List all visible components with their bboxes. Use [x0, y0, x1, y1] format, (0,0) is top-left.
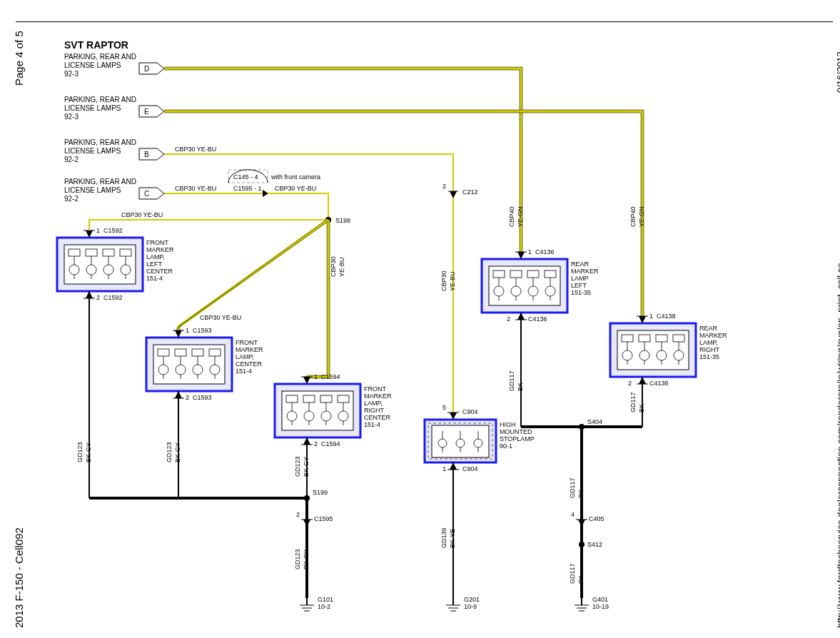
svg-text:LICENSE LAMPS: LICENSE LAMPS	[64, 147, 121, 155]
svg-text:MARKER: MARKER	[699, 332, 727, 339]
svg-marker-200	[578, 520, 585, 527]
ref-b: PARKING, REAR AND LICENSE LAMPS 92-2 B	[64, 138, 164, 163]
ref-e: PARKING, REAR AND LICENSE LAMPS 92-3 E	[64, 96, 164, 121]
svg-text:92-2: 92-2	[64, 195, 79, 203]
svg-text:CBP40: CBP40	[629, 206, 637, 227]
svg-text:STOPLAMP: STOPLAMP	[500, 435, 535, 442]
svg-text:MARKER: MARKER	[571, 268, 599, 275]
svg-text:BK-GY: BK-GY	[85, 442, 92, 462]
svg-text:90-1: 90-1	[500, 442, 512, 450]
svg-text:GD139: GD139	[440, 527, 447, 548]
svg-text:PARKING, REAR AND: PARKING, REAR AND	[64, 96, 136, 103]
svg-text:LAMP,: LAMP,	[236, 353, 254, 360]
svg-text:C1595: C1595	[314, 515, 333, 522]
svg-text:1: 1	[442, 465, 446, 472]
ref-d: PARKING, REAR AND LICENSE LAMPS 92-3 D	[64, 53, 164, 78]
svg-text:GD123: GD123	[166, 442, 173, 462]
svg-marker-175	[303, 520, 310, 527]
svg-text:BK: BK	[638, 404, 645, 412]
svg-text:2: 2	[314, 440, 318, 447]
svg-text:MARKER: MARKER	[364, 393, 392, 400]
svg-text:RIGHT: RIGHT	[364, 407, 385, 414]
svg-text:1: 1	[186, 327, 189, 334]
svg-text:2: 2	[628, 380, 632, 387]
svg-point-204	[579, 542, 585, 547]
svg-text:C1593: C1593	[193, 394, 212, 401]
svg-text:PARKING, REAR AND: PARKING, REAR AND	[64, 178, 136, 186]
svg-text:FRONT: FRONT	[364, 385, 386, 393]
svg-text:CBP30: CBP30	[440, 270, 447, 291]
wiring-diagram-svg: SVT RAPTOR PARKING, REAR AND LICENSE LAM…	[14, 20, 824, 634]
svg-text:C904: C904	[462, 408, 478, 415]
svg-text:LICENSE LAMPS: LICENSE LAMPS	[64, 104, 121, 112]
svg-text:S198: S198	[335, 217, 350, 224]
svg-text:92-2: 92-2	[64, 156, 79, 163]
svg-marker-3	[139, 63, 164, 74]
svg-text:10-2: 10-2	[318, 603, 330, 610]
svg-text:BK-YE: BK-YE	[449, 529, 456, 548]
svg-text:FRONT: FRONT	[146, 239, 168, 246]
svg-marker-26	[263, 190, 268, 197]
svg-text:REAR: REAR	[571, 260, 589, 268]
svg-text:151-35: 151-35	[699, 353, 719, 360]
svg-text:LAMP: LAMP	[571, 275, 589, 282]
svg-text:C1592: C1592	[103, 294, 123, 301]
svg-text:CBP30: CBP30	[330, 256, 337, 277]
front-marker-right-center: FRONT MARKER LAMP, RIGHT CENTER 151-4 1 …	[275, 373, 392, 447]
svg-text:CBP30    YE-BU: CBP30 YE-BU	[275, 185, 316, 192]
svg-text:FRONT: FRONT	[236, 339, 258, 346]
svg-text:G101: G101	[318, 596, 333, 603]
splice-s198: CBP30 YE-BU S198	[268, 185, 350, 224]
svg-text:CBP30    YE-BU: CBP30 YE-BU	[175, 146, 216, 153]
svg-text:2: 2	[507, 315, 510, 323]
svg-text:1: 1	[528, 248, 532, 255]
svg-text:YE-BU: YE-BU	[449, 271, 456, 291]
svg-text:CENTER: CENTER	[236, 360, 263, 368]
svg-text:BK-GY: BK-GY	[303, 457, 310, 477]
svg-text:C1592: C1592	[103, 227, 123, 234]
svg-text:REAR: REAR	[699, 325, 718, 332]
svg-text:C145 - 4: C145 - 4	[233, 173, 258, 181]
svg-text:2: 2	[442, 183, 446, 190]
svg-text:HIGH: HIGH	[500, 421, 516, 428]
svg-text:PARKING, REAR AND: PARKING, REAR AND	[64, 53, 136, 61]
footer-url: http://www.fordtechservice.dealerconnect…	[835, 255, 840, 628]
footer-date: 9/16/2013	[835, 51, 840, 93]
wiring-diagram-page: 2013 F-150 - Cell092 Page 4 of 5 http://…	[0, 0, 840, 638]
svg-text:GD117: GD117	[569, 477, 576, 498]
svg-text:C1594: C1594	[321, 373, 340, 380]
svg-text:GD117: GD117	[508, 370, 515, 391]
svg-marker-18	[139, 188, 164, 199]
svg-text:CENTER: CENTER	[364, 414, 391, 421]
svg-marker-8	[139, 106, 164, 117]
svg-text:CBP30    YE-BU: CBP30 YE-BU	[175, 185, 216, 192]
wire-d-to-rm-left	[164, 67, 522, 255]
svg-text:C1593: C1593	[193, 327, 212, 334]
svg-text:LAMP,: LAMP,	[146, 253, 165, 260]
front-marker-center: FRONT MARKER LAMP, CENTER 151-4 1 C1593 …	[146, 327, 263, 401]
svg-marker-13	[139, 148, 164, 160]
svg-text:C904: C904	[462, 465, 478, 472]
wire-s198-to-fm-right: CBP30 YE-BU	[305, 220, 345, 380]
svg-text:RIGHT: RIGHT	[699, 346, 720, 353]
svg-text:MOUNTED: MOUNTED	[500, 428, 532, 435]
svg-text:LICENSE LAMPS: LICENSE LAMPS	[64, 61, 121, 69]
svg-text:2: 2	[296, 511, 300, 518]
svg-text:C4136: C4136	[535, 248, 555, 255]
c212: 2 C212 CBP30 YE-BU	[440, 183, 478, 291]
svg-text:MARKER: MARKER	[236, 346, 263, 353]
svg-text:BK-GY: BK-GY	[303, 550, 310, 569]
svg-text:PARKING, REAR AND: PARKING, REAR AND	[64, 138, 136, 146]
rear-marker-left: REAR MARKER LAMP LEFT 151-35 1 C4136 2 C…	[482, 248, 599, 323]
svg-text:CBP30    YE-BU: CBP30 YE-BU	[121, 211, 163, 218]
svg-text:YE-GN: YE-GN	[638, 206, 645, 227]
svg-text:B: B	[144, 151, 149, 158]
svg-text:1: 1	[96, 227, 100, 234]
svg-text:D: D	[144, 65, 149, 73]
svg-text:YE-GN: YE-GN	[517, 206, 524, 227]
svg-text:C1595 - 1: C1595 - 1	[233, 185, 262, 192]
svg-text:E: E	[144, 108, 149, 116]
svg-text:BK-GY: BK-GY	[174, 442, 181, 462]
svg-text:C212: C212	[462, 188, 478, 196]
svg-text:GD117: GD117	[569, 563, 576, 584]
